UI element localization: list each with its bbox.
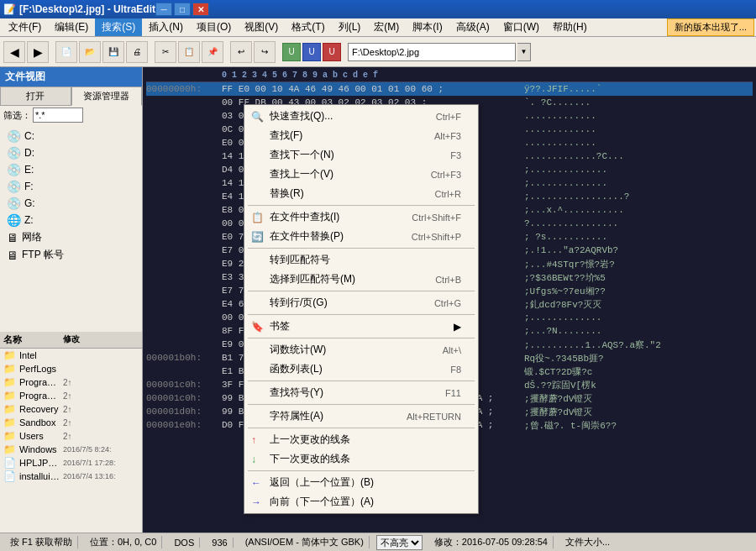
file-col-name-header: 名称 bbox=[3, 333, 63, 346]
explorer-tab[interactable]: 资源管理器 bbox=[71, 87, 143, 106]
open-tab[interactable]: 打开 bbox=[0, 87, 71, 106]
forward-icon: → bbox=[251, 496, 265, 508]
menu-find-in-files[interactable]: 📋 在文件中查找(I) Ctrl+Shift+F bbox=[244, 207, 478, 227]
title-text: [F:\Desktop\2.jpg] - UltraEdit bbox=[19, 3, 155, 15]
menu-format[interactable]: 格式(T) bbox=[285, 18, 331, 36]
bookmark-icon: 🔖 bbox=[251, 321, 265, 333]
file-row-hpljp[interactable]: 📄 HPLJP1000.... 2016/7/1 17:28: bbox=[0, 456, 142, 470]
menu-item-label: 字符属性(A) bbox=[270, 409, 402, 423]
menu-project[interactable]: 项目(O) bbox=[190, 18, 238, 36]
menu-advanced[interactable]: 高级(A) bbox=[449, 18, 496, 36]
menu-find-symbol[interactable]: 查找符号(Y) F11 bbox=[244, 383, 478, 402]
menu-find-prev[interactable]: 查找上一个(V) Ctrl+F3 bbox=[244, 165, 478, 184]
drive-e[interactable]: 💿 E: bbox=[3, 161, 139, 178]
folder-icon: 📁 bbox=[3, 403, 16, 415]
shortcut-label: Alt+\ bbox=[443, 345, 461, 355]
filter-input[interactable] bbox=[33, 108, 83, 123]
path-dropdown[interactable]: ▼ bbox=[517, 43, 531, 61]
file-col-date-header: 修改 bbox=[63, 333, 139, 346]
maximize-button[interactable]: □ bbox=[174, 3, 191, 16]
menu-char-properties[interactable]: 字符属性(A) Alt+RETURN bbox=[244, 407, 478, 426]
drive-f-label: F: bbox=[24, 181, 34, 192]
status-encoding: (ANSI/OEM - 简体中文 GBK) bbox=[240, 536, 370, 548]
file-name-sandbox: Sandbox bbox=[19, 417, 60, 428]
drive-c-label: C: bbox=[24, 130, 34, 142]
file-row-sandbox[interactable]: 📁 Sandbox 2↑ bbox=[0, 416, 142, 429]
redo-button[interactable]: ↪ bbox=[254, 41, 276, 63]
copy-button[interactable]: 📋 bbox=[178, 41, 200, 63]
menu-search[interactable]: 搜索(S) bbox=[95, 18, 142, 36]
menu-help[interactable]: 帮助(H) bbox=[546, 18, 594, 36]
drive-d-icon: 💿 bbox=[7, 146, 21, 160]
status-help: 按 F1 获取帮助 bbox=[5, 536, 78, 548]
drive-network[interactable]: 🖥 网络 bbox=[3, 228, 139, 246]
highlight-dropdown[interactable]: 不高亮 bbox=[376, 535, 423, 550]
new-version-notice[interactable]: 新的版本出现了... bbox=[667, 18, 754, 36]
file-row-users[interactable]: 📁 Users 2↑ bbox=[0, 429, 142, 443]
menu-prev-changed-line[interactable]: ↑ 上一次更改的线条 bbox=[244, 430, 478, 449]
menu-macro[interactable]: 宏(M) bbox=[367, 18, 406, 36]
color-btn-2[interactable]: U bbox=[302, 43, 321, 61]
menu-find[interactable]: 查找(F) Alt+F3 bbox=[244, 126, 478, 145]
close-button[interactable]: ✕ bbox=[192, 3, 209, 16]
file-row-windows[interactable]: 📁 Windows 2016/7/5 8:24: bbox=[0, 443, 142, 456]
menu-view[interactable]: 视图(V) bbox=[238, 18, 285, 36]
menu-column[interactable]: 列(L) bbox=[332, 18, 368, 36]
shortcut-label: Ctrl+G bbox=[434, 298, 461, 308]
separator-4 bbox=[248, 314, 475, 315]
color-btn-1[interactable]: U bbox=[282, 43, 301, 61]
menu-goto-match[interactable]: 转到匹配符号 bbox=[244, 250, 478, 270]
menu-quick-find[interactable]: 🔍 快速查找(Q)... Ctrl+F bbox=[244, 107, 478, 126]
file-row-recovery[interactable]: 📁 Recovery 2↑ bbox=[0, 402, 142, 416]
menu-edit[interactable]: 编辑(E) bbox=[48, 18, 95, 36]
open-button[interactable]: 📂 bbox=[79, 41, 101, 63]
menu-back-position[interactable]: ← 返回（上一个位置）(B) bbox=[244, 473, 478, 492]
menu-insert[interactable]: 插入(N) bbox=[142, 18, 190, 36]
drive-f[interactable]: 💿 F: bbox=[3, 178, 139, 195]
drive-z[interactable]: 🌐 Z: bbox=[3, 212, 139, 228]
new-button[interactable]: 📄 bbox=[55, 41, 77, 63]
status-size: 936 bbox=[207, 538, 233, 548]
folder-icon: 📁 bbox=[3, 443, 16, 455]
drive-g[interactable]: 💿 G: bbox=[3, 195, 139, 212]
menu-script[interactable]: 脚本(I) bbox=[406, 18, 449, 36]
menu-bookmarks[interactable]: 🔖 书签 ▶ bbox=[244, 317, 478, 336]
file-row-programfilesx86[interactable]: 📁 Program File... 2↑ bbox=[0, 389, 142, 402]
menu-goto-line[interactable]: 转到行/页(G) Ctrl+G bbox=[244, 293, 478, 312]
shortcut-label: F8 bbox=[450, 365, 461, 375]
color-btn-3[interactable]: U bbox=[323, 43, 341, 61]
drive-ftp[interactable]: 🖥 FTP 帐号 bbox=[3, 246, 139, 264]
menu-next-changed-line[interactable]: ↓ 下一次更改的线条 bbox=[244, 449, 478, 469]
back-button[interactable]: ◀ bbox=[3, 41, 25, 63]
file-row-perflogs[interactable]: 📁 PerfLogs bbox=[0, 362, 142, 375]
drive-c[interactable]: 💿 C: bbox=[3, 128, 139, 144]
menu-function-list[interactable]: 函数列表(L) F8 bbox=[244, 359, 478, 379]
forward-button[interactable]: ▶ bbox=[27, 41, 49, 63]
print-button[interactable]: 🖨 bbox=[126, 41, 148, 63]
hex-editor-panel[interactable]: 0 1 2 3 4 5 6 7 8 9 a b c d e f 00000000… bbox=[143, 67, 756, 533]
menu-window[interactable]: 窗口(W) bbox=[496, 18, 546, 36]
minimize-button[interactable]: ─ bbox=[155, 3, 172, 16]
paste-button[interactable]: 📌 bbox=[202, 41, 223, 63]
file-row-intel[interactable]: 📁 Intel bbox=[0, 349, 142, 362]
menu-item-label: 选择到匹配符号(M) bbox=[270, 272, 430, 286]
undo-button[interactable]: ↩ bbox=[230, 41, 252, 63]
menu-replace[interactable]: 替换(R) Ctrl+R bbox=[244, 184, 478, 203]
folder-icon: 📁 bbox=[3, 349, 16, 361]
drive-g-icon: 💿 bbox=[7, 197, 21, 210]
menu-forward-position[interactable]: → 向前（下一个位置）(A) bbox=[244, 492, 478, 512]
menu-word-count[interactable]: 词数统计(W) Alt+\ bbox=[244, 340, 478, 359]
separator-7 bbox=[248, 404, 475, 405]
menu-select-to-match[interactable]: 选择到匹配符号(M) Ctrl+B bbox=[244, 270, 478, 289]
search-icon: 🔍 bbox=[251, 111, 265, 123]
drive-d[interactable]: 💿 D: bbox=[3, 144, 139, 161]
left-tabs: 打开 资源管理器 bbox=[0, 87, 142, 106]
cut-button[interactable]: ✂ bbox=[155, 41, 176, 63]
drive-d-label: D: bbox=[24, 147, 34, 159]
save-button[interactable]: 💾 bbox=[102, 41, 124, 63]
file-row-installuidll[interactable]: 📄 installuidll.log 2016/7/4 13:16: bbox=[0, 470, 142, 483]
file-row-programfiles[interactable]: 📁 Program Files 2↑ bbox=[0, 375, 142, 389]
menu-replace-in-files[interactable]: 🔄 在文件中替换(P) Ctrl+Shift+P bbox=[244, 227, 478, 246]
menu-file[interactable]: 文件(F) bbox=[2, 18, 48, 36]
menu-find-next[interactable]: 查找下一个(N) F3 bbox=[244, 145, 478, 165]
